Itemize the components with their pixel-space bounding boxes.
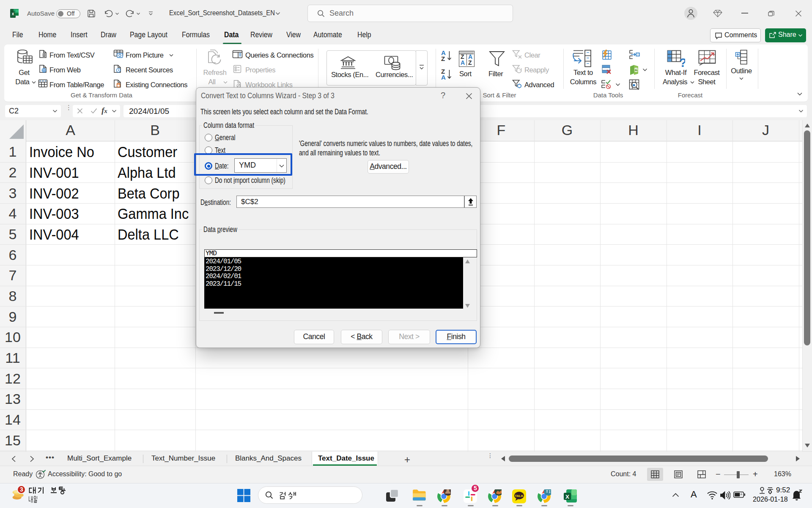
svg-text:?: ?	[679, 55, 685, 67]
svg-text:X: X	[565, 494, 569, 500]
svg-text:TALK: TALK	[515, 494, 524, 498]
svg-text:x: x	[12, 11, 14, 16]
